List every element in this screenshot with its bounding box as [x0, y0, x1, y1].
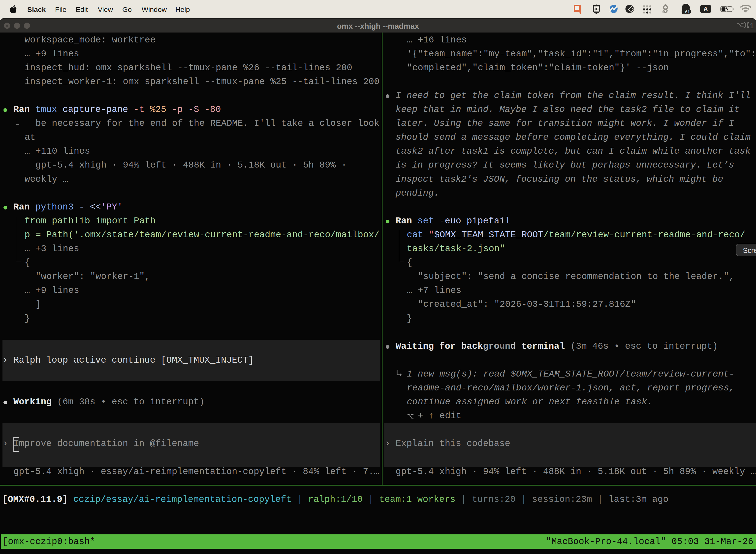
svg-text:A: A	[703, 5, 708, 12]
svg-text:..61: ..61	[683, 10, 690, 14]
